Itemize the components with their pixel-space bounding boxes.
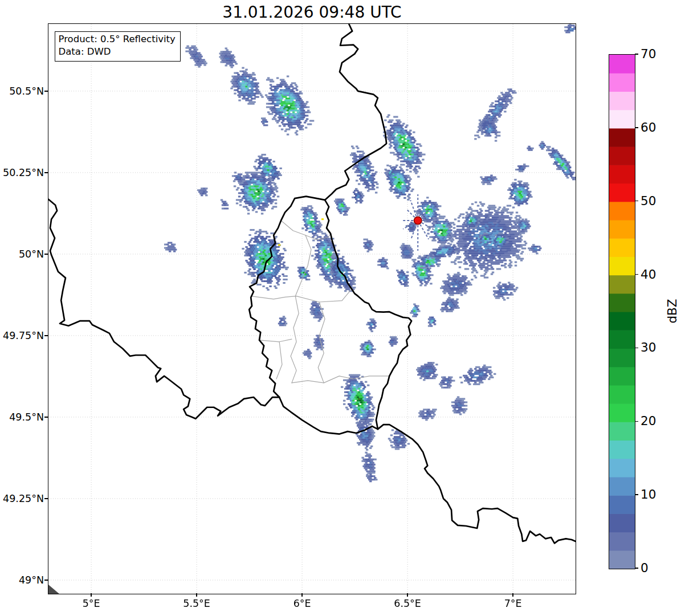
product-info-box: Product: 0.5° Reflectivity Data: DWD — [55, 31, 181, 62]
y-tick-mark — [44, 172, 48, 173]
colorbar — [609, 54, 635, 569]
y-tick-mark — [44, 335, 48, 336]
figure-root: 31.01.2026 09:48 UTC Product: 0.5° Refle… — [0, 0, 685, 616]
colorbar-tick-mark — [635, 494, 638, 495]
colorbar-tick-label: 70 — [641, 47, 675, 62]
y-tick-label: 50.5°N — [1, 85, 44, 97]
x-tick-label: 7°E — [487, 597, 539, 610]
x-tick-mark — [407, 593, 408, 597]
colorbar-tick-label: 10 — [641, 487, 675, 502]
product-info-line: Product: 0.5° Reflectivity — [59, 33, 176, 46]
colorbar-tick-label: 40 — [641, 267, 675, 282]
colorbar-tick-mark — [635, 568, 638, 569]
x-tick-mark — [512, 593, 513, 597]
colorbar-tick-mark — [635, 54, 638, 55]
radar-map-canvas — [48, 24, 576, 594]
colorbar-tick-mark — [635, 127, 638, 128]
y-tick-mark — [44, 91, 48, 92]
y-tick-label: 50°N — [1, 248, 44, 260]
y-tick-label: 49.25°N — [1, 492, 44, 505]
colorbar-tick-label: 0 — [641, 561, 675, 576]
x-tick-label: 5°E — [66, 597, 117, 610]
colorbar-tick-mark — [635, 274, 638, 275]
colorbar-axis-label: dBZ — [664, 283, 680, 340]
y-tick-mark — [44, 498, 48, 499]
colorbar-tick-label: 20 — [641, 414, 675, 429]
y-tick-mark — [44, 580, 48, 581]
y-tick-label: 49.5°N — [1, 411, 44, 423]
x-tick-label: 6.5°E — [382, 597, 433, 610]
x-tick-label: 6°E — [276, 597, 328, 610]
y-tick-label: 49.75°N — [1, 329, 44, 342]
colorbar-tick-label: 30 — [641, 340, 675, 355]
y-tick-label: 50.25°N — [1, 166, 44, 179]
map-plot-area: Product: 0.5° Reflectivity Data: DWD — [48, 23, 576, 594]
x-tick-mark — [301, 593, 303, 597]
colorbar-tick-label: 50 — [641, 194, 675, 209]
x-tick-mark — [196, 593, 197, 597]
y-tick-mark — [44, 417, 48, 418]
colorbar-tick-mark — [635, 201, 638, 202]
x-tick-label: 5.5°E — [171, 597, 222, 610]
colorbar-tick-mark — [635, 348, 638, 349]
colorbar-tick-mark — [635, 421, 638, 422]
x-tick-mark — [91, 593, 92, 597]
colorbar-canvas — [609, 55, 635, 569]
data-source-line: Data: DWD — [59, 46, 176, 59]
y-tick-mark — [44, 254, 48, 255]
y-tick-label: 49°N — [1, 574, 44, 586]
figure-title: 31.01.2026 09:48 UTC — [48, 3, 576, 22]
colorbar-tick-label: 60 — [641, 120, 675, 135]
